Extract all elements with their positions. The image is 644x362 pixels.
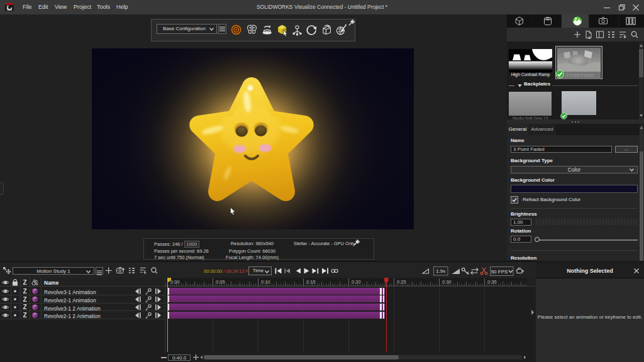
svg-text:Z: Z — [23, 279, 26, 286]
svg-text:50 FPS: 50 FPS — [491, 269, 508, 275]
svg-text:1.9x: 1.9x — [436, 268, 445, 274]
svg-text:Z: Z — [23, 288, 26, 295]
